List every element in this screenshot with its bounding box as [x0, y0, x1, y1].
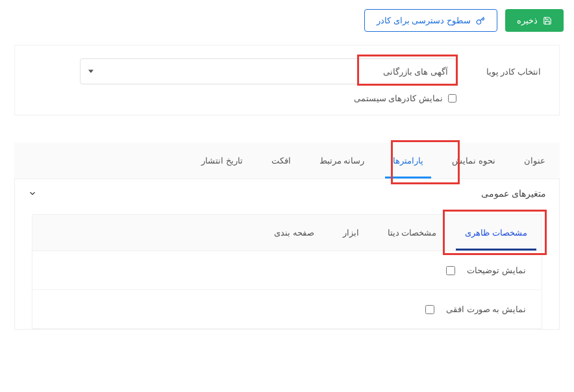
chevron-down-icon [88, 70, 94, 73]
key-icon [476, 16, 485, 25]
option-checkbox[interactable] [446, 266, 455, 275]
dynamic-box-select[interactable]: آگهی های بازرگانی [80, 58, 456, 84]
option-show-description[interactable]: نمایش توضیحات [32, 251, 542, 290]
inner-tab-data-spec[interactable]: مشخصات دیتا [373, 215, 451, 251]
tab-publish-date[interactable]: تاریخ انتشار [187, 143, 257, 178]
option-show-horizontal[interactable]: نمایش به صورت افقی [32, 290, 542, 328]
chevron-down-icon [28, 189, 37, 198]
inner-tab-appearance[interactable]: مشخصات ظاهری [451, 215, 542, 251]
select-wrap: آگهی های بازرگانی [80, 58, 456, 84]
show-system-checkbox-row[interactable]: نمایش کادرهای سیستمی [33, 93, 456, 103]
tab-label: نحوه نمایش [452, 156, 495, 165]
parameters-card: متغیرهای عمومی مشخصات ظاهری مشخصات دیتا … [14, 178, 560, 330]
save-icon [543, 16, 552, 25]
select-value: آگهی های بازرگانی [383, 67, 448, 77]
inner-tab-label: مشخصات ظاهری [465, 228, 527, 238]
card-header[interactable]: متغیرهای عمومی [15, 179, 559, 208]
main-tabs: عنوان نحوه نمایش پارامترها رسانه مرتبط ا… [14, 143, 560, 178]
top-toolbar: ذخیره سطوح دسترسی برای کادر [0, 0, 574, 41]
tab-label: رسانه مرتبط [319, 156, 365, 165]
inner-tab-label: ابزار [343, 228, 359, 238]
save-button[interactable]: ذخیره [505, 9, 564, 32]
tab-label: عنوان [524, 156, 545, 165]
tab-label: پارامترها [393, 156, 423, 165]
inner-tabs: مشخصات ظاهری مشخصات دیتا ابزار صفحه بندی [32, 214, 542, 251]
select-label: انتخاب کادر پویا [476, 67, 541, 77]
option-label: نمایش به صورت افقی [446, 304, 526, 314]
tab-related-media[interactable]: رسانه مرتبط [305, 143, 379, 178]
tab-parameters[interactable]: پارامترها [379, 143, 438, 178]
inner-tab-pagination[interactable]: صفحه بندی [260, 215, 329, 251]
inner-tab-tool[interactable]: ابزار [329, 215, 373, 251]
access-levels-label: سطوح دسترسی برای کادر [377, 16, 471, 25]
tab-label: تاریخ انتشار [201, 156, 243, 165]
options-list: نمایش توضیحات نمایش به صورت افقی [32, 251, 542, 329]
inner-tab-label: مشخصات دیتا [388, 228, 437, 238]
card-title: متغیرهای عمومی [481, 188, 546, 199]
dynamic-box-select-panel: انتخاب کادر پویا آگهی های بازرگانی نمایش… [14, 45, 560, 116]
field-row: انتخاب کادر پویا آگهی های بازرگانی [33, 58, 541, 84]
tab-effect[interactable]: افکت [257, 143, 305, 178]
option-label: نمایش توضیحات [467, 265, 526, 275]
inner-tab-label: صفحه بندی [274, 228, 314, 238]
tab-label: افکت [271, 156, 291, 165]
show-system-checkbox[interactable] [448, 94, 456, 103]
tab-title[interactable]: عنوان [510, 143, 560, 178]
show-system-checkbox-label: نمایش کادرهای سیستمی [354, 93, 443, 103]
tab-display-mode[interactable]: نحوه نمایش [438, 143, 510, 178]
access-levels-button[interactable]: سطوح دسترسی برای کادر [364, 9, 497, 32]
save-button-label: ذخیره [517, 16, 538, 25]
option-checkbox[interactable] [425, 305, 434, 314]
